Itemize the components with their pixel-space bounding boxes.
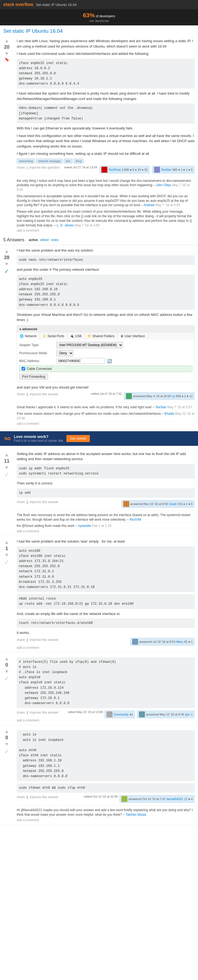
vote-down-icon[interactable]: ▼	[4, 51, 9, 56]
asker2-avatar	[154, 167, 160, 173]
answer-1-vote-down[interactable]: ▼	[4, 262, 9, 266]
vm-port-forwarding-btn[interactable]: Port Forwarding	[19, 374, 48, 380]
comment-2-user[interactable]: Andrew	[144, 203, 155, 207]
answer-3-body: I had the same problem and the solution …	[13, 539, 198, 649]
answer-2-comments: The flush was necessary to avoid the old…	[17, 510, 195, 533]
ad2-cta-button[interactable]: Get started	[67, 435, 90, 442]
ad2-text: Love remote work? Find it on a new kind …	[14, 434, 63, 442]
vm-nav-serial-label: Serial Ports	[48, 334, 64, 338]
answer-3-improve[interactable]: improve this answer	[30, 638, 59, 642]
add-comment-a4[interactable]: add a comment	[17, 718, 195, 722]
asker2-name[interactable]: TeeStar	[161, 168, 171, 171]
answer-2-comment-1: The flush was necessary to avoid the old…	[17, 512, 195, 523]
sort-oldest[interactable]: oldest	[40, 238, 49, 242]
vm-adapter-select[interactable]: Intel PRO/1000 MT Desktop (82540EM)	[56, 342, 123, 348]
a2-c2-user[interactable]: nysander	[78, 524, 91, 528]
vm-mac-input[interactable]	[56, 358, 105, 364]
a1-c2-user[interactable]: BSatta	[165, 412, 174, 415]
refresh-icon[interactable]: 🔄	[107, 359, 112, 363]
answers-count: 5 Answers	[3, 237, 24, 243]
ad-percent: 63%	[83, 12, 95, 19]
answer-2-vote-count: 11	[4, 458, 10, 464]
a1-c1-time: May 7 '16 at 2:07	[167, 405, 192, 409]
edit-meta: asked Jul 27 '16 at 13:04	[64, 165, 97, 174]
tag-network-manager[interactable]: network-manager	[36, 159, 63, 164]
answer-1-improve[interactable]: improve this answer	[30, 392, 59, 396]
answer-4-share[interactable]: share	[17, 711, 25, 714]
answer-3-user-card: answered Jul 18 '16 at 8:53 Maru 81 ● 1	[130, 638, 195, 646]
shared-icon: 📁	[87, 334, 92, 338]
question-comments: the only thing I notice and it may have …	[17, 176, 195, 233]
answer-1-vote-up[interactable]: ▲	[4, 249, 9, 254]
answer-1-inst3: and start your VM and you should get int…	[17, 385, 195, 390]
vm-settings-box: ▸ advanced 🌐 Network ⚡ Serial Ports 🔌 US…	[17, 325, 195, 382]
vm-nav-shared-label: Shared Folders	[92, 334, 115, 338]
answer-4-vote-down[interactable]: ▼	[4, 669, 9, 674]
answer-2-user-name[interactable]: Grant	[169, 502, 176, 506]
usb-icon: 🔌	[70, 334, 74, 338]
vm-cable-label: Cable Connected	[27, 367, 52, 371]
vm-nav-shared[interactable]: 📁 Shared Folders	[85, 332, 117, 340]
answer-4-user-card-2: answered May 12 '16 at 9:34 pjsr 1	[137, 710, 195, 718]
ad2-logo: so	[4, 435, 11, 442]
answer-2-share[interactable]: share	[17, 500, 25, 504]
vm-nav-serial[interactable]: ⚡ Serial Ports	[40, 332, 67, 340]
vm-nav-network[interactable]: 🌐 Network	[17, 332, 40, 340]
answer-4-vote-up[interactable]: ▲	[4, 656, 9, 661]
vm-nav-network-label: Network	[25, 334, 37, 338]
add-comment-a1[interactable]: add a comment	[17, 422, 195, 426]
vm-nav-ui[interactable]: 🖥 User Interface	[117, 332, 148, 340]
sort-votes[interactable]: votes	[51, 238, 59, 242]
a1-c1-user[interactable]: TeeStar	[155, 405, 166, 409]
answer-5-body: auto lo auto lo inet loopback auto eth0 …	[13, 728, 198, 822]
answer-3-share[interactable]: share	[17, 638, 25, 642]
answer-1-code-2: auto enp0s25 iface enp0s25 inet static a…	[17, 275, 195, 310]
improve-link[interactable]: improve this question	[29, 165, 60, 169]
comment-3-user[interactable]: L. D. James	[57, 223, 74, 227]
vm-promiscuous-select[interactable]: Deny	[56, 350, 73, 356]
answer-1-user-name[interactable]: rp	[172, 395, 175, 398]
add-comment-a2[interactable]: add a comment	[17, 529, 195, 533]
share-link[interactable]: share	[17, 165, 25, 169]
answer-4-vote-col: ▲ 0 ▼ ✓	[0, 655, 13, 722]
answer-3-inst1: And, create an empty file with the name …	[17, 611, 195, 617]
answer-5-vote-up[interactable]: ▲	[4, 729, 9, 734]
site-logo[interactable]: stack overflow	[3, 2, 33, 7]
vote-up-icon[interactable]: ▲	[4, 38, 9, 43]
a2-c1-user[interactable]: RichVM	[130, 518, 141, 522]
add-comment-a3[interactable]: add a comment	[17, 646, 195, 649]
answer-4-user-name[interactable]: Community	[114, 713, 129, 716]
asker-name[interactable]: TechFast	[108, 168, 120, 171]
asker-rep: 2,695 ● 5 ● 15 ● 32	[122, 168, 147, 171]
tag-networking[interactable]: networking	[17, 159, 35, 164]
add-comment-q[interactable]: add a comment	[17, 229, 195, 232]
answer-2-vote-down[interactable]: ▼	[4, 465, 9, 470]
answer-2-improve[interactable]: improve this answer	[30, 500, 59, 504]
answer-3-vote-down[interactable]: ▼	[4, 552, 9, 557]
answer-1-share[interactable]: share	[17, 392, 25, 396]
answer-5-share[interactable]: share	[17, 795, 25, 799]
answer-4-vote-count: 0	[5, 662, 8, 668]
answer-5-vote-down[interactable]: ▼	[4, 742, 9, 746]
vm-cable-checkbox[interactable]	[22, 367, 25, 371]
answer-2-vote-up[interactable]: ▲	[4, 452, 9, 457]
tag-dns[interactable]: dns	[64, 159, 73, 164]
add-comment-a5[interactable]: add a comment	[17, 818, 195, 822]
sort-active[interactable]: active	[29, 238, 38, 242]
answer-5-user-name[interactable]: farouk54321	[167, 797, 183, 800]
question-title-link[interactable]: Set static IP Ubuntu 16.04	[0, 25, 198, 36]
vm-settings-header[interactable]: ▸ advanced	[17, 326, 195, 332]
answer-5-improve[interactable]: improve this answer	[30, 795, 59, 799]
answer-3-user-name[interactable]: Maru	[176, 640, 183, 643]
vm-nav-usb[interactable]: 🔌 USB	[67, 332, 85, 340]
answer-3-vote-up[interactable]: ▲	[4, 540, 9, 545]
answer-4-improve[interactable]: improve this answer	[30, 711, 59, 714]
answer-4-edited: edited May 15 '16 at 13:08	[68, 710, 103, 718]
comment-1-user[interactable]: John Olips	[156, 183, 171, 187]
tag-dhcp[interactable]: dhcp	[74, 159, 84, 164]
ui-icon: 🖥	[120, 334, 124, 338]
answer-4-user2-name[interactable]: pjsr	[185, 713, 190, 716]
bookmark-icon[interactable]: 🔖	[5, 57, 9, 61]
ad2-heading: Love remote work?	[14, 434, 63, 439]
a5-c1-user[interactable]: Takihito Mutas	[125, 813, 146, 816]
